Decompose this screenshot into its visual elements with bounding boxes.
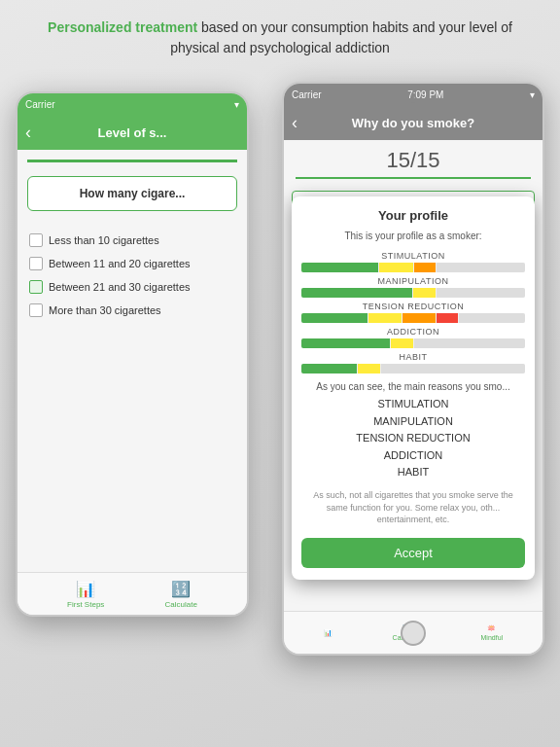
- option-label-4: More than 30 cigarettes: [49, 304, 161, 316]
- calculate-icon: 🔢: [171, 580, 191, 598]
- list-item[interactable]: More than 30 cigarettes: [29, 299, 235, 322]
- list-item[interactable]: Between 11 and 20 cigarettes: [29, 252, 235, 275]
- checkbox-2[interactable]: [29, 257, 43, 270]
- header-bold: Personalized treatment: [48, 19, 197, 35]
- right-mindful-icon: 🪷: [487, 624, 496, 632]
- bar-chart-icon: 📊: [76, 580, 95, 598]
- bar-label-habit: HABIT: [301, 352, 525, 362]
- list-item[interactable]: Between 21 and 30 cigarettes: [29, 275, 235, 299]
- checkbox-4[interactable]: [29, 303, 43, 317]
- option-label-2: Between 11 and 20 cigarettes: [49, 258, 191, 269]
- checkbox-3[interactable]: [29, 280, 43, 294]
- bar-label-stimulation: STIMULATION: [301, 251, 525, 261]
- seg-red-3: [437, 313, 459, 323]
- right-wifi-icon: ▾: [530, 89, 535, 100]
- right-tablet: Carrier 7:09 PM ▾ ‹ Why do you smoke? 15…: [282, 82, 544, 656]
- left-carrier: Carrier: [25, 99, 55, 110]
- right-tablet-body: 15/15 I've ... Never Rarely: [284, 140, 542, 654]
- profile-reasons: STIMULATION MANIPULATION TENSION REDUCTI…: [301, 396, 525, 481]
- profile-reasons-intro: As you can see, the main reasons you smo…: [301, 381, 525, 392]
- right-carrier: Carrier: [292, 89, 322, 100]
- bar-track-habit: [301, 364, 525, 374]
- seg-empty-5: [381, 364, 525, 374]
- left-nav-title: Level of s...: [98, 125, 167, 140]
- left-options-list: Less than 10 cigarettes Between 11 and 2…: [18, 221, 247, 330]
- seg-yellow-2: [413, 288, 436, 298]
- left-tablet-body: How many cigare... Less than 10 cigarett…: [18, 150, 247, 615]
- checkbox-1[interactable]: [29, 233, 43, 247]
- left-tab-label-1: First Steps: [67, 600, 104, 609]
- seg-empty-1: [437, 263, 525, 272]
- seg-green-3: [301, 313, 368, 323]
- bar-track-tension: [301, 313, 525, 323]
- bar-label-tension: TENSION REDUCTION: [301, 302, 525, 311]
- list-item[interactable]: Less than 10 cigarettes: [29, 229, 235, 252]
- right-bar-chart-icon: 📊: [324, 629, 332, 637]
- header-area: Personalized treatment based on your con…: [0, 0, 560, 72]
- bar-row-tension: TENSION REDUCTION: [301, 302, 525, 323]
- left-tab-label-2: Calculate: [165, 600, 197, 609]
- right-tab-label-3: Mindful: [481, 634, 504, 641]
- header-rest: based on your consumption habits and you…: [170, 19, 512, 55]
- seg-green-1: [301, 263, 378, 272]
- seg-yellow-3: [368, 313, 402, 323]
- bar-label-manipulation: MANIPULATION: [301, 276, 525, 286]
- bar-row-manipulation: MANIPULATION: [301, 276, 525, 298]
- left-question-box: How many cigare...: [27, 176, 237, 211]
- left-question-text: How many cigare...: [38, 187, 227, 200]
- bar-track-addiction: [301, 338, 525, 348]
- left-tablet: Carrier ▾ ‹ Level of s... How many cigar…: [16, 91, 249, 617]
- profile-modal-title: Your profile: [301, 208, 525, 223]
- seg-empty-2: [437, 288, 525, 298]
- right-nav-bar: ‹ Why do you smoke?: [284, 105, 542, 140]
- seg-orange-1: [414, 263, 437, 272]
- home-dot: [410, 97, 416, 103]
- left-tab-bar: 📊 First Steps 🔢 Calculate: [18, 572, 247, 615]
- bar-row-stimulation: STIMULATION: [301, 251, 525, 272]
- right-back-button[interactable]: ‹: [292, 113, 298, 133]
- right-home-button[interactable]: [401, 621, 426, 646]
- seg-orange-3: [402, 313, 436, 323]
- seg-empty-4: [414, 338, 525, 348]
- left-progress-line: [27, 160, 237, 162]
- option-label-1: Less than 10 cigarettes: [49, 234, 159, 246]
- tablets-area: Carrier ▾ ‹ Level of s... How many cigar…: [0, 72, 560, 694]
- left-wifi-icon: ▾: [234, 99, 239, 110]
- bar-track-manipulation: [301, 288, 525, 298]
- right-nav-title: Why do you smoke?: [352, 116, 474, 130]
- profile-modal-subtitle: This is your profile as a smoker:: [301, 231, 525, 241]
- seg-green-2: [301, 288, 412, 298]
- seg-yellow-5: [358, 364, 380, 374]
- profile-description: As such, not all cigarettes that you smo…: [301, 489, 525, 526]
- right-tab-first-steps[interactable]: 📊: [324, 629, 332, 637]
- left-tab-calculate[interactable]: 🔢 Calculate: [165, 580, 197, 609]
- bar-label-addiction: ADDICTION: [301, 327, 525, 337]
- profile-modal: Your profile This is your profile as a s…: [292, 196, 535, 580]
- left-back-button[interactable]: ‹: [25, 123, 31, 143]
- seg-green-4: [301, 338, 390, 348]
- left-status-bar: Carrier ▾: [18, 93, 247, 115]
- left-main-content: How many cigare... Less than 10 cigarett…: [18, 150, 247, 572]
- seg-empty-3: [459, 313, 525, 323]
- right-tab-mindful[interactable]: 🪷 Mindful: [481, 624, 504, 641]
- progress-indicator: 15/15: [284, 148, 542, 173]
- seg-green-5: [301, 364, 357, 374]
- bar-row-addiction: ADDICTION: [301, 327, 525, 348]
- accept-button[interactable]: Accept: [301, 538, 525, 568]
- bar-row-habit: HABIT: [301, 352, 525, 374]
- seg-yellow-4: [391, 338, 413, 348]
- left-tab-first-steps[interactable]: 📊 First Steps: [67, 580, 104, 609]
- progress-area: 15/15: [284, 140, 542, 183]
- seg-yellow-1: [379, 263, 412, 272]
- option-label-3: Between 21 and 30 cigarettes: [49, 281, 191, 293]
- right-main-content: 15/15 I've ... Never Rarely: [284, 140, 542, 611]
- bar-track-stimulation: [301, 263, 525, 272]
- left-nav-bar: ‹ Level of s...: [18, 115, 247, 150]
- right-progress-line: [296, 177, 531, 179]
